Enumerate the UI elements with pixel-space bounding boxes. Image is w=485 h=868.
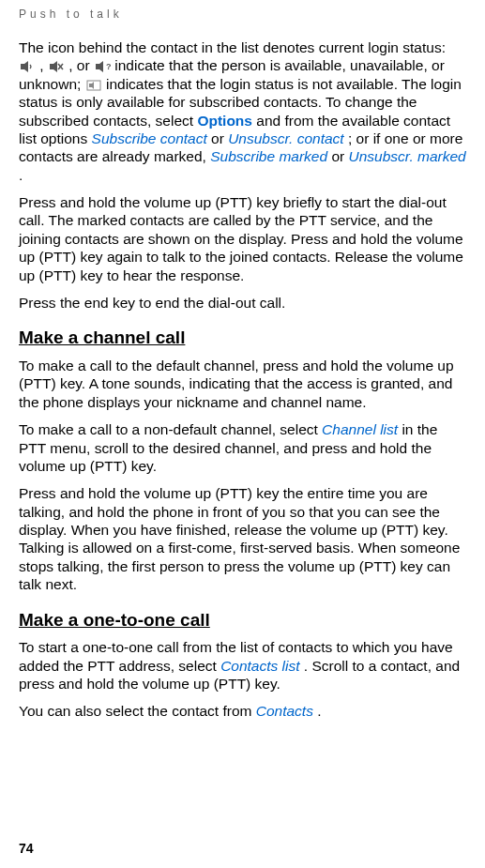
speaker-muted-icon <box>48 59 65 72</box>
speaker-unavailable-icon <box>85 78 102 91</box>
options-link: Options <box>197 113 252 129</box>
paragraph-endkey: Press the end key to end the dial-out ca… <box>19 294 466 312</box>
unsubscr-marked-link: Unsubscr. marked <box>349 148 466 164</box>
page-header: Push to talk <box>19 8 466 22</box>
paragraph-default-channel: To make a call to the default channel, p… <box>19 357 466 411</box>
svg-text:?: ? <box>106 62 111 71</box>
paragraph-login-status: The icon behind the contact in the list … <box>19 38 466 184</box>
text: You can also select the contact from <box>19 703 256 719</box>
paragraph-talking: Press and hold the volume up (PTT) key t… <box>19 484 466 593</box>
paragraph-nondefault-channel: To make a call to a non-default channel,… <box>19 420 466 475</box>
contacts-list-link: Contacts list <box>220 658 299 674</box>
heading-one-to-one: Make a one-to-one call <box>19 609 466 632</box>
paragraph-start-onetoone: To start a one-to-one call from the list… <box>19 638 466 693</box>
text: . <box>19 167 23 183</box>
unsubscr-contact-link: Unsubscr. contact <box>228 130 343 146</box>
text: or <box>211 130 228 146</box>
text: , or <box>68 57 94 73</box>
contacts-link: Contacts <box>256 703 313 719</box>
page-number: 74 <box>19 841 34 858</box>
text: or <box>331 148 348 164</box>
paragraph-dialout: Press and hold the volume up (PTT) key b… <box>19 193 466 284</box>
speaker-unknown-icon: ? <box>94 59 111 72</box>
heading-channel-call: Make a channel call <box>19 327 466 349</box>
paragraph-contacts: You can also select the contact from Con… <box>19 702 466 720</box>
text: , <box>39 57 48 73</box>
text: The icon behind the contact in the list … <box>19 39 446 55</box>
speaker-icon <box>19 59 36 72</box>
subscribe-contact-link: Subscribe contact <box>92 130 207 146</box>
subscribe-marked-link: Subscribe marked <box>210 148 327 164</box>
text: . <box>317 703 321 719</box>
channel-list-link: Channel list <box>322 421 398 437</box>
text: To make a call to a non-default channel,… <box>19 421 322 437</box>
